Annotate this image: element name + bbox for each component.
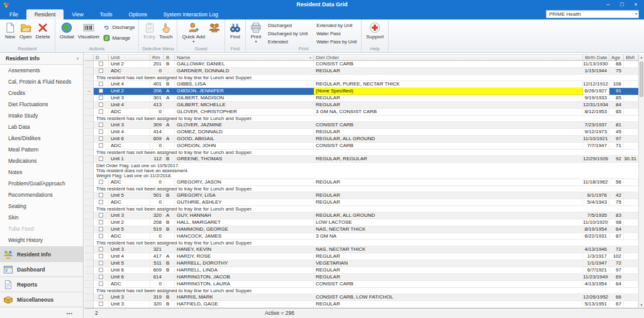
touch-button[interactable]: Touch (157, 21, 174, 41)
row-checkbox[interactable] (99, 234, 103, 238)
table-row[interactable]: Unit 1112BGREENE, THOMASREGULAR, REGULAR… (84, 156, 638, 163)
row-checkbox[interactable] (99, 193, 103, 197)
column-header-birth-date[interactable]: Birth Date (583, 55, 609, 60)
row-checkbox[interactable] (99, 247, 103, 251)
sidebar-item-diet-fluctuations[interactable]: Diet Fluctuations (0, 99, 83, 110)
table-row[interactable]: Unit 3320AGUY, HANNAHREGULAR, ALL GROUND… (84, 212, 638, 219)
row-checkbox[interactable] (99, 275, 103, 279)
row-checkbox[interactable] (99, 227, 103, 231)
row-checkbox[interactable] (99, 295, 103, 299)
sidebar-item-credits[interactable]: Credits (0, 87, 83, 99)
sidebar-item-assessments[interactable]: Assessments (0, 65, 83, 76)
quick-add-button[interactable]: Quick Add▾ (180, 21, 206, 45)
tab-resident[interactable]: Resident (26, 9, 64, 19)
sidebar-item-intake-study[interactable]: Intake Study (0, 110, 83, 121)
collapse-sidebar-icon[interactable]: ‹ (77, 53, 79, 65)
row-checkbox[interactable] (99, 213, 103, 217)
row-checkbox[interactable] (99, 123, 103, 127)
sidebar-item-cal-protein-fluid-needs[interactable]: Cal, Protein & Fluid Needs (0, 76, 83, 87)
row-checkbox[interactable] (99, 268, 103, 272)
scrollbar-thumb[interactable] (640, 62, 643, 97)
table-row[interactable]: Unit 4414GOMEZ, DONNALDREGULAR9/12/19734… (84, 129, 638, 136)
column-header-diet-order[interactable]: Diet Order (314, 55, 583, 60)
row-checkbox[interactable] (99, 129, 103, 134)
discharged-by-unit-button[interactable]: Discharged by Unit (266, 30, 309, 38)
maximize-button[interactable]: □ (615, 0, 629, 9)
entry-button[interactable]: Entry (142, 21, 157, 41)
find-button[interactable]: Find (228, 21, 243, 41)
table-row[interactable]: ADC0HARRINGTON, LAURACONSIST CARB4/13/19… (84, 281, 638, 288)
table-row[interactable]: Unit 5511BHARRELL, DOROTHYVEGETARIAN1/1/… (84, 260, 638, 267)
table-row[interactable]: ADC0GARDNER, DONNALDREGULAR1/15/194475 (84, 68, 638, 75)
sidebar-item-meal-pattern[interactable]: Meal Pattern (0, 144, 83, 155)
table-row[interactable]: ADC0HANCOCK, JAMES3 GM NA6/22/193187 (84, 233, 638, 240)
facility-select[interactable]: PRIME Health ▾ (546, 10, 639, 18)
table-row[interactable]: Unit 6609BHARRELL, LINDAREGULAR6/7/19219… (84, 267, 638, 274)
sidebar-item-skin[interactable]: Skin (0, 212, 83, 223)
sidebar-item-lab-data[interactable]: Lab Data (0, 121, 83, 133)
minimize-button[interactable]: – (601, 0, 615, 9)
row-checkbox[interactable] (99, 254, 103, 258)
table-row[interactable]: Unit 2208BHALL, MARGARETLOW LACTOSE11/10… (84, 219, 638, 226)
row-checkbox[interactable] (99, 96, 103, 100)
sidebar-item-problem-goal-approach[interactable]: Problem/Goal/Approach (0, 178, 83, 189)
print-button[interactable]: Print▾ (248, 21, 264, 45)
row-checkbox[interactable] (99, 89, 103, 93)
tab-options[interactable]: Options (120, 9, 155, 19)
row-checkbox[interactable] (99, 302, 103, 306)
table-row[interactable]: Unit 3301AGILBERT, MADISONREGULAR9/19/19… (84, 95, 638, 102)
sidebar-item-weight-history[interactable]: Weight History (0, 234, 83, 246)
open-button[interactable]: Open (18, 21, 34, 41)
sidebar-item-likes-dislikes[interactable]: Likes/Dislikes (0, 133, 83, 144)
column-header-age[interactable]: Age (609, 55, 624, 60)
row-checkbox[interactable] (99, 282, 103, 286)
sidebar-item-medications[interactable]: Medications (0, 155, 83, 167)
row-checkbox[interactable] (99, 82, 103, 86)
tab-system-interaction-log[interactable]: System Interaction Log (155, 9, 226, 19)
extended-button[interactable]: Extended (266, 38, 309, 46)
table-row[interactable]: Unit 4417AHARDY, ROSEREGULAR1/3/1917102 (84, 253, 638, 260)
scrollbar-up-button[interactable]: ▲ (639, 54, 644, 60)
table-row[interactable]: Unit 3309AGLOVER, JAZMINECONSIST CARB7/2… (84, 122, 638, 129)
sidebar-item-notes[interactable]: Notes (0, 167, 83, 178)
table-row[interactable]: Unit 3319BHARRIS, MARKCONSIST CARB, LOW … (84, 294, 638, 301)
extended-by-unit-button[interactable]: Extended by Unit (314, 21, 358, 30)
column-header-d[interactable]: D (94, 55, 109, 60)
tab-file[interactable]: File (1, 9, 26, 19)
visualizer-button[interactable]: Visualizer (76, 21, 102, 41)
delete-button[interactable]: Delete (34, 21, 52, 41)
column-header-name[interactable]: Name▲ (175, 55, 314, 60)
discharged-button[interactable]: Discharged (266, 21, 309, 30)
global-button[interactable]: Global (58, 21, 76, 41)
row-checkbox[interactable] (99, 62, 103, 66)
table-row[interactable]: Unit 4401BGIBBS, LISAREGULAR, PUREE, NEC… (84, 81, 638, 88)
row-checkbox[interactable] (99, 156, 103, 161)
row-checkbox[interactable] (99, 69, 103, 73)
vertical-scrollbar[interactable]: ▲ ▼ (638, 54, 644, 308)
discharge-button[interactable]: Discharge (103, 24, 135, 31)
nav-reports[interactable]: Reports (0, 277, 83, 292)
table-row[interactable]: Unit 3321HANEY, KEVINNAS, NECTAR THICK4/… (84, 246, 638, 253)
table-row[interactable]: ADC0GUTHRIE, ASHLEYREGULAR5/4/194375 (84, 199, 638, 206)
row-checkbox[interactable] (99, 220, 103, 224)
new-button[interactable]: New (3, 21, 18, 41)
nav-miscellaneous[interactable]: Miscellaneous (0, 292, 83, 307)
row-checkbox[interactable] (99, 180, 103, 184)
manage-button[interactable]: Manage (103, 35, 135, 41)
row-checkbox[interactable] (99, 261, 103, 265)
table-row[interactable]: Unit 5501BGREGORY, LISAREGULAR6/1/197642 (84, 192, 638, 199)
overflow-menu-icon[interactable]: ••• (67, 311, 73, 315)
table-row[interactable]: Unit 5519BHAMMOND, GEORGENAS, NECTAR THI… (84, 226, 638, 233)
table-row[interactable]: Unit 4413GILBERT, MICHELLEREGULAR12/31/1… (84, 102, 638, 109)
table-row[interactable]: Unit 6609AGOOD, ABIGAILREGULAR, ALL GROU… (84, 136, 638, 143)
row-checkbox[interactable] (99, 102, 103, 107)
scrollbar-down-button[interactable]: ▼ (639, 302, 644, 308)
nav-resident-info[interactable]: Resident Info (0, 246, 83, 261)
column-header-unit[interactable]: Unit (109, 55, 150, 60)
table-row[interactable]: ADC0GREGORY, JASONREGULAR11/18/196256 (84, 179, 638, 186)
close-button[interactable]: × (629, 0, 643, 9)
support-button[interactable]: Support (364, 21, 386, 41)
column-header-rm[interactable]: Rm (150, 55, 164, 60)
tab-view[interactable]: View (64, 9, 91, 19)
table-row[interactable]: Unit 6614HARRINGTON, JACOBREGULAR11/23/1… (84, 274, 638, 281)
